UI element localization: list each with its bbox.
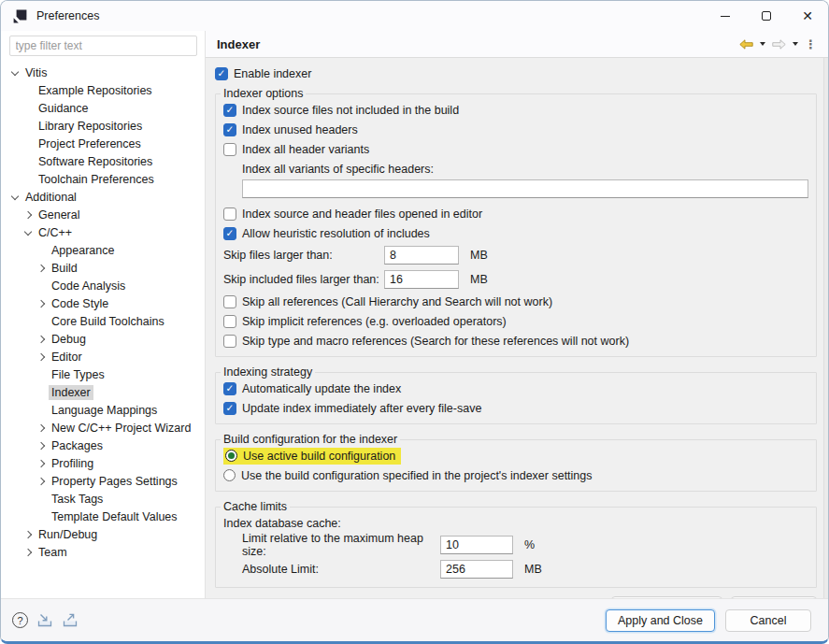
sidebar-item-library-repositories[interactable]: Library Repositories [1,117,205,135]
sidebar-item-c-cpp[interactable]: C/C++ [1,223,205,241]
sidebar-item-indexer[interactable]: Indexer [1,383,205,401]
content-pane: Indexer ⋮ ✓ Enable indexer [206,31,828,598]
absolute-limit-unit: MB [524,563,542,576]
sidebar-item-software-repositories[interactable]: Software Repositories [1,152,205,170]
checkbox-skip-implicit-references[interactable]: ✓ Skip implicit references (e.g. overloa… [223,311,808,331]
sidebar-item-toolchain-preferences[interactable]: Toolchain Preferences [1,170,205,188]
checkbox-index-opened-in-editor[interactable]: ✓ Index source and header files opened i… [223,204,808,223]
radio-use-active-build-configuration[interactable]: Use active build configuration [223,446,808,465]
restore-defaults-button[interactable]: Restore Defaults [611,596,722,598]
chevron-right-icon [34,354,49,360]
chevron-right-icon [34,336,49,342]
chevron-right-icon [34,301,49,307]
chevron-right-icon [34,479,49,484]
apply-button[interactable]: Apply [731,596,817,598]
chevron-right-icon [34,443,49,449]
heap-limit-label: Limit relative to the maximum heap size: [242,532,440,558]
checkbox-icon: ✓ [223,104,236,117]
sidebar-item-build[interactable]: Build [1,259,205,277]
import-preferences-icon[interactable] [36,613,53,628]
group-cache-limits: Cache limits Index database cache: Limit… [215,500,817,588]
filter-input[interactable] [9,36,197,56]
radio-label: Use the build configuration specified in… [241,469,593,482]
search-highlight: Use active build configuration [223,448,401,465]
specific-headers-input[interactable] [242,179,808,198]
checkbox-label: Index source files not included in the b… [242,104,459,117]
sidebar-item-profiling[interactable]: Profiling [1,454,205,472]
sidebar-item-appearance[interactable]: Appearance [1,241,205,259]
checkbox-auto-update-index[interactable]: ✓ Automatically update the index [223,379,808,398]
vitis-logo-icon [12,8,28,24]
sidebar-item-task-tags[interactable]: Task Tags [1,490,205,508]
radio-use-project-indexer-settings[interactable]: Use the build configuration specified in… [223,465,808,485]
sidebar-item-template-default-values[interactable]: Template Default Values [1,508,205,525]
forward-history-dropdown-icon[interactable] [793,42,798,46]
sidebar-item-team[interactable]: Team [1,543,205,561]
heap-limit-input[interactable] [440,536,513,554]
skip-included-input[interactable] [384,270,459,289]
chevron-right-icon [21,532,36,537]
chevron-down-icon [21,231,36,235]
dialog-footer: ? Apply and Close Cancel [1,598,828,641]
view-menu-icon[interactable]: ⋮ [805,38,817,50]
chevron-right-icon [21,212,36,218]
skip-included-unit: MB [470,273,488,286]
sidebar-item-vitis[interactable]: Vitis [1,64,205,81]
sidebar-item-editor[interactable]: Editor [1,348,205,365]
sidebar-item-language-mappings[interactable]: Language Mappings [1,401,205,419]
apply-and-close-button[interactable]: Apply and Close [606,609,715,632]
checkbox-enable-indexer[interactable]: ✓ Enable indexer [215,64,817,83]
checkbox-index-unused-headers[interactable]: ✓ Index unused headers [223,120,808,139]
cancel-button[interactable]: Cancel [725,609,811,632]
help-icon[interactable]: ? [12,612,28,628]
sidebar-item-guidance[interactable]: Guidance [1,99,205,117]
checkbox-label: Automatically update the index [242,382,401,395]
sidebar-item-run-debug[interactable]: Run/Debug [1,525,205,543]
minimize-button[interactable] [705,1,746,31]
forward-arrow-icon[interactable] [772,39,786,50]
sidebar-item-example-repositories[interactable]: Example Repositories [1,81,205,99]
checkbox-icon: ✓ [215,67,228,80]
page-title: Indexer [217,37,260,51]
radio-label: Use active build configuration [243,450,395,463]
sidebar-item-core-build-toolchains[interactable]: Core Build Toolchains [1,312,205,330]
export-preferences-icon[interactable] [62,613,79,628]
back-history-dropdown-icon[interactable] [760,42,765,46]
checkbox-skip-type-macro-references[interactable]: ✓ Skip type and macro references (Search… [223,331,808,351]
absolute-limit-row: Absolute Limit: MB [223,557,808,581]
sidebar-item-packages[interactable]: Packages [1,436,205,454]
skip-files-input[interactable] [384,246,459,265]
sidebar-item-project-preferences[interactable]: Project Preferences [1,135,205,152]
chevron-right-icon [34,425,49,431]
sidebar-item-additional[interactable]: Additional [1,188,205,206]
sidebar-item-code-style[interactable]: Code Style [1,294,205,312]
skip-included-label: Skip included files larger than: [223,273,384,286]
checkbox-icon: ✓ [223,382,236,395]
sidebar-item-general[interactable]: General [1,206,205,223]
sidebar-item-debug[interactable]: Debug [1,330,205,348]
sidebar-item-property-pages-settings[interactable]: Property Pages Settings [1,472,205,490]
sidebar-item-code-analysis[interactable]: Code Analysis [1,277,205,294]
sidebar-item-new-c-cpp-project-wizard[interactable]: New C/C++ Project Wizard [1,419,205,436]
checkbox-heuristic-includes[interactable]: ✓ Allow heuristic resolution of includes [223,223,808,243]
chevron-right-icon [34,461,49,466]
checkbox-skip-all-references[interactable]: ✓ Skip all references (Call Hierarchy an… [223,292,808,311]
group-legend: Indexer options [221,87,306,100]
checkbox-index-source-not-in-build[interactable]: ✓ Index source files not included in the… [223,100,808,120]
maximize-button[interactable] [746,1,787,31]
absolute-limit-input[interactable] [440,560,513,579]
checkbox-icon: ✓ [223,335,236,348]
checkbox-update-on-save[interactable]: ✓ Update index immediately after every f… [223,398,808,418]
checkbox-icon: ✓ [223,123,236,136]
titlebar: Preferences ✕ [1,1,828,31]
scrollbar[interactable] [823,58,828,598]
close-button[interactable]: ✕ [787,1,828,31]
group-build-configuration: Build configuration for the indexer Use … [215,433,817,492]
checkbox-index-all-header-variants[interactable]: ✓ Index all header variants [223,139,808,159]
sidebar-item-file-types[interactable]: File Types [1,365,205,383]
checkbox-icon: ✓ [223,143,236,156]
skip-files-label: Skip files larger than: [223,249,384,262]
minimize-icon [721,16,730,17]
preferences-window: Preferences ✕ Vitis Example Repositories… [0,0,829,644]
back-arrow-icon[interactable] [739,39,753,50]
